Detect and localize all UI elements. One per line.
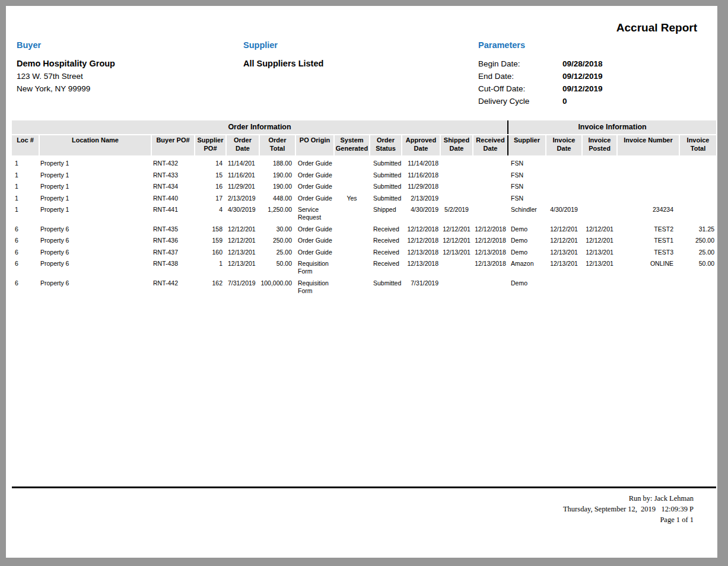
- table-cell: [679, 193, 716, 205]
- table-cell: Property 6: [39, 235, 151, 247]
- table-cell: Property 6: [39, 247, 151, 259]
- report-page: Accrual Report Buyer Demo Hospitality Gr…: [6, 6, 717, 558]
- table-cell: TEST2: [617, 224, 679, 236]
- table-cell: [440, 155, 473, 170]
- table-cell: Shipped: [370, 204, 402, 224]
- column-header: PO Origin: [295, 135, 334, 155]
- table-cell: 11/16/2018: [402, 170, 440, 182]
- column-header: Received Date: [473, 135, 508, 155]
- param-end-date: End Date: 09/12/2019: [478, 70, 603, 82]
- table-cell: [440, 181, 473, 193]
- table-cell: 2/13/2019: [402, 193, 440, 205]
- supplier-value: All Suppliers Listed: [243, 58, 323, 70]
- table-cell: 12/13/2018: [402, 258, 440, 278]
- table-cell: Property 6: [39, 258, 151, 278]
- table-cell: 4: [195, 204, 226, 224]
- table-cell: 1: [195, 258, 226, 278]
- table-cell: 12/13/201: [582, 258, 617, 278]
- table-cell: Order Guide: [295, 181, 334, 193]
- table-cell: 12/12/201: [582, 224, 617, 236]
- table-cell: 12/12/201: [440, 235, 473, 247]
- table-body: 1Property 1RNT-4321411/14/201188.00Order…: [12, 155, 716, 297]
- table-cell: FSN: [508, 155, 546, 170]
- table-cell: 250.00: [259, 235, 295, 247]
- column-header: Buyer PO#: [151, 135, 195, 155]
- table-cell: Order Guide: [295, 247, 334, 259]
- table-cell: 12/12/201: [546, 224, 582, 236]
- table-cell: 11/14/201: [226, 155, 259, 170]
- table-cell: [334, 235, 370, 247]
- table-cell: FSN: [508, 193, 546, 205]
- buyer-name: Demo Hospitality Group: [17, 58, 115, 70]
- table-row: 1Property 1RNT-4331511/16/201190.00Order…: [12, 170, 716, 182]
- param-begin-date-value: 09/28/2018: [562, 58, 603, 70]
- table-cell: Submitted: [370, 170, 402, 182]
- table-cell: [582, 193, 617, 205]
- table-cell: [679, 155, 716, 170]
- param-begin-date: Begin Date: 09/28/2018: [478, 58, 603, 70]
- column-header: Order Status: [370, 135, 402, 155]
- group-header-invoice: Invoice Information: [508, 120, 716, 135]
- table-cell: [546, 170, 582, 182]
- table-cell: [582, 181, 617, 193]
- table-cell: 12/12/201: [226, 235, 259, 247]
- table-cell: Received: [370, 224, 402, 236]
- table-cell: [334, 224, 370, 236]
- table-cell: ONLINE: [617, 258, 679, 278]
- table-cell: RNT-432: [151, 155, 195, 170]
- table-cell: 11/29/201: [226, 181, 259, 193]
- supplier-section: Supplier All Suppliers Listed: [243, 40, 323, 70]
- param-end-date-label: End Date:: [478, 70, 562, 82]
- table-cell: [334, 247, 370, 259]
- table-cell: 4/30/2019: [402, 204, 440, 224]
- table-cell: Demo: [508, 278, 546, 297]
- table-row: 1Property 1RNT-440172/13/2019448.00Order…: [12, 193, 716, 205]
- table-cell: RNT-440: [151, 193, 195, 205]
- table-cell: 250.00: [679, 235, 716, 247]
- table-cell: [473, 170, 508, 182]
- param-cutoff-date: Cut-Off Date: 09/12/2019: [478, 82, 603, 95]
- table-cell: [617, 170, 679, 182]
- table-cell: Amazon: [508, 258, 546, 278]
- table-cell: [440, 258, 473, 278]
- table-cell: 12/12/201: [226, 224, 259, 236]
- buyer-address-line2: New York, NY 99999: [17, 82, 115, 95]
- param-end-date-value: 09/12/2019: [562, 70, 603, 82]
- table-cell: [473, 204, 508, 224]
- table-cell: 6: [12, 278, 39, 297]
- table-cell: 12/13/201: [546, 258, 582, 278]
- table-cell: Requisition Form: [295, 278, 334, 297]
- table-cell: Property 6: [39, 224, 151, 236]
- table-cell: 6: [12, 247, 39, 259]
- table-row: 6Property 6RNT-43716012/13/20125.00Order…: [12, 247, 716, 259]
- table-cell: RNT-438: [151, 258, 195, 278]
- table-row: 1Property 1RNT-4321411/14/201188.00Order…: [12, 155, 716, 170]
- table-cell: [546, 181, 582, 193]
- table-cell: Property 1: [39, 181, 151, 193]
- table-row: 6Property 6RNT-43515812/12/20130.00Order…: [12, 224, 716, 236]
- accrual-table: Order InformationInvoice InformationLoc …: [12, 120, 716, 297]
- column-header: Location Name: [39, 135, 151, 155]
- table-cell: 6: [12, 235, 39, 247]
- table-cell: [334, 204, 370, 224]
- column-header: Invoice Posted: [582, 135, 617, 155]
- footer-divider: [12, 486, 716, 488]
- parameters-section: Parameters Begin Date: 09/28/2018 End Da…: [478, 40, 603, 107]
- table-cell: Submitted: [370, 193, 402, 205]
- table-cell: Demo: [508, 224, 546, 236]
- param-begin-date-label: Begin Date:: [478, 58, 562, 70]
- table-cell: [617, 181, 679, 193]
- table-cell: 50.00: [679, 258, 716, 278]
- table-cell: RNT-433: [151, 170, 195, 182]
- table-cell: [334, 258, 370, 278]
- table-cell: 12/13/2018: [402, 247, 440, 259]
- table-cell: [582, 155, 617, 170]
- table-cell: RNT-441: [151, 204, 195, 224]
- table-cell: Order Guide: [295, 235, 334, 247]
- table-cell: [334, 170, 370, 182]
- table-row: 1Property 1RNT-4341611/29/201190.00Order…: [12, 181, 716, 193]
- table-cell: 159: [195, 235, 226, 247]
- table-cell: Submitted: [370, 278, 402, 297]
- report-title: Accrual Report: [616, 21, 697, 34]
- table-cell: Order Guide: [295, 224, 334, 236]
